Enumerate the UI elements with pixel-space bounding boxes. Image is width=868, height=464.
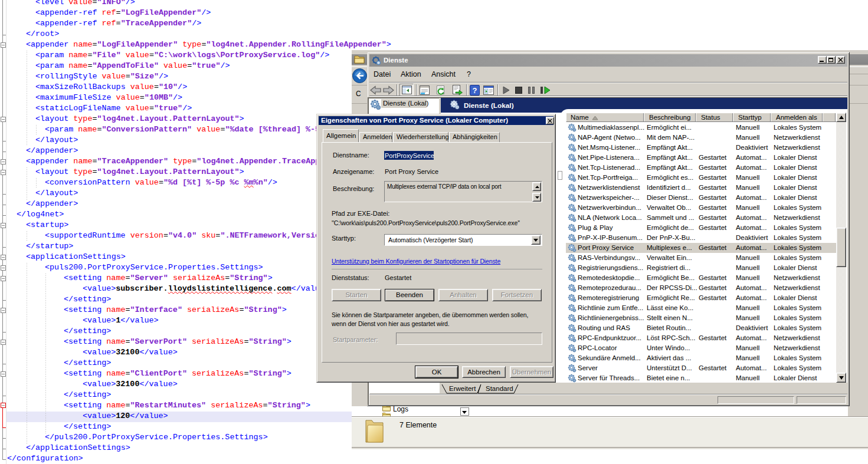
svg-text:?: ? (473, 86, 477, 95)
